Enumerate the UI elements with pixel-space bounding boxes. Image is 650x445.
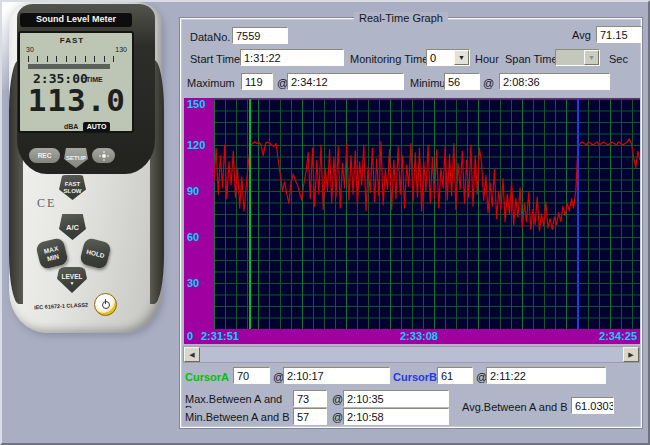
cursor-b-value-field[interactable]: 61	[437, 367, 473, 384]
backlight-icon	[99, 147, 109, 165]
span-time-value	[556, 50, 584, 65]
lcd-auto-badge: AUTO	[83, 122, 110, 132]
lcd-bargraph	[28, 64, 110, 69]
lcd-speed-mode: FAST	[20, 36, 124, 45]
start-time-field[interactable]: 1:31:22	[240, 49, 344, 66]
lcd-scale-ticks	[28, 56, 123, 62]
cursor-a-line[interactable]	[249, 99, 251, 329]
cursor-b-time-field[interactable]: 2:11:22	[486, 367, 606, 384]
graph-horizontal-scrollbar[interactable]: ◀ ▶	[183, 346, 640, 363]
device-brand-label: Sound Level Meter	[20, 12, 132, 27]
avg-between-label: Avg.Between A and B	[462, 401, 568, 413]
chart-area: 150 120 90 60 30 0 2:31:51 2:33:08 2:34:…	[184, 98, 640, 344]
min-between-value-field[interactable]: 57	[293, 408, 327, 425]
cursor-a-time-field[interactable]: 2:10:17	[283, 367, 390, 384]
min-label: MIN	[46, 252, 59, 262]
y-tick-150: 150	[187, 98, 213, 110]
avg-label: Avg	[572, 29, 591, 41]
x-tick-start: 2:31:51	[201, 330, 239, 342]
cursor-a-label: CursorA	[185, 371, 229, 383]
cursor-b-label: CursorB	[393, 371, 437, 383]
min-between-label: Min.Between A and B	[185, 411, 290, 423]
device-power-button	[94, 293, 117, 316]
hour-unit-label: Hour	[475, 53, 499, 65]
minimum-value-field[interactable]: 56	[444, 73, 480, 90]
lcd-scale-max: 130	[115, 46, 127, 53]
max-between-value-field[interactable]: 73	[293, 390, 327, 407]
monitoring-time-label: Monitoring Time	[350, 53, 428, 65]
ce-mark: CE	[37, 196, 56, 211]
fast-label: FAST	[65, 181, 80, 188]
min-between-at-label: @	[332, 411, 343, 423]
lcd-unit: dBA	[64, 123, 78, 130]
cursor-b-line[interactable]	[577, 99, 579, 329]
max-between-time-field[interactable]: 2:10:35	[343, 390, 449, 407]
slow-label: SLOW	[64, 188, 82, 195]
sec-unit-label: Sec	[609, 53, 628, 65]
sound-level-meter-device-photo: Sound Level Meter FAST 30 130 2:35:00 TI…	[7, 2, 165, 335]
y-tick-120: 120	[187, 139, 213, 151]
avg-between-value-field[interactable]: 61.0303	[571, 397, 614, 414]
max-between-label-wrap: B	[185, 404, 194, 408]
min-between-time-field[interactable]: 2:10:58	[343, 408, 449, 425]
start-time-label: Start Time	[190, 53, 240, 65]
x-tick-end: 2:34:25	[599, 330, 637, 342]
lcd-scale-min: 30	[26, 46, 34, 53]
device-backlight-button	[92, 148, 115, 163]
minimum-at-label: @	[483, 77, 494, 89]
y-tick-90: 90	[187, 185, 213, 197]
y-tick-30: 30	[187, 277, 213, 289]
lcd-db-reading: 113.0	[20, 83, 126, 117]
monitoring-time-dropdown[interactable]: 0 ▼	[426, 49, 470, 66]
cursor-a-value-field[interactable]: 70	[233, 367, 270, 384]
panel-title: Real-Time Graph	[354, 12, 448, 24]
scroll-left-arrow-icon[interactable]: ◀	[184, 347, 200, 362]
power-icon	[102, 301, 110, 309]
chevron-down-icon[interactable]: ▼	[584, 50, 599, 65]
y-tick-0: 0	[187, 330, 193, 342]
scroll-right-arrow-icon[interactable]: ▶	[623, 347, 639, 362]
data-no-field[interactable]: 7559	[232, 27, 288, 44]
maximum-value-field[interactable]: 119	[241, 73, 273, 90]
x-tick-mid: 2:33:08	[400, 330, 438, 342]
level-label: LEVEL	[62, 273, 83, 280]
span-time-label: Span Time	[505, 53, 558, 65]
maximum-time-field[interactable]: 2:34:12	[287, 73, 404, 90]
maximum-label: Maximum	[187, 77, 235, 89]
span-time-dropdown[interactable]: ▼	[555, 49, 600, 66]
sound-level-meter-app-window: Sound Level Meter FAST 30 130 2:35:00 TI…	[0, 0, 650, 445]
max-between-label: Max.Between A and	[185, 393, 282, 405]
monitoring-time-value: 0	[427, 50, 454, 65]
max-between-at-label: @	[332, 393, 343, 405]
level-down-arrow-icon: ▼	[70, 280, 75, 287]
y-tick-60: 60	[187, 231, 213, 243]
chevron-down-icon[interactable]: ▼	[454, 50, 469, 65]
data-no-label: DataNo.	[190, 31, 230, 43]
device-lcd-screen: FAST 30 130 2:35:00 TIME 113.0 dBA AUTO	[18, 31, 134, 133]
avg-field[interactable]: 71.15	[596, 26, 642, 43]
device-rec-button: REC	[29, 148, 60, 163]
minimum-time-field[interactable]: 2:08:36	[499, 73, 610, 90]
